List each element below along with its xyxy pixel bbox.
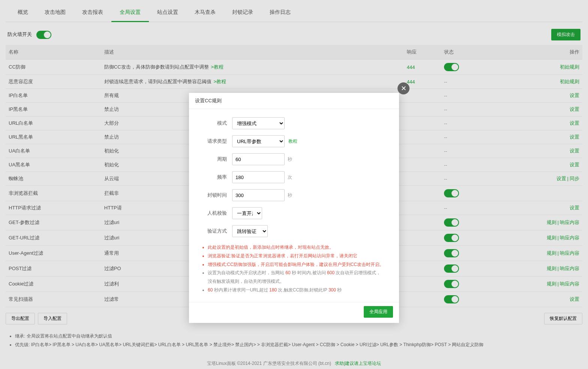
period-label: 周期 (200, 156, 232, 163)
req-type-label: 请求类型 (200, 138, 232, 145)
captcha-select[interactable]: 一直开启 (232, 207, 262, 219)
block-time-input[interactable] (232, 189, 285, 201)
verify-method-select[interactable]: 跳转验证 (232, 225, 268, 237)
modal-title: 设置CC规则 (189, 93, 399, 109)
freq-label: 频率 (200, 174, 232, 181)
apply-global-button[interactable]: 全局应用 (364, 306, 393, 318)
modal-notes: 此处设置的是初始值，新添加站点时将继承，对现有站点无效。 浏览器验证:验证是否为… (200, 243, 388, 294)
block-time-label: 封锁时间 (200, 192, 232, 199)
period-input[interactable] (232, 153, 285, 165)
verify-method-label: 验证方式 (200, 228, 232, 235)
close-icon[interactable]: ✕ (398, 82, 410, 94)
mode-select[interactable]: 增强模式 (232, 117, 285, 129)
freq-input[interactable] (232, 171, 285, 183)
req-type-select[interactable]: URL带参数 (232, 135, 285, 147)
cc-rule-modal: ✕ 设置CC规则 模式 增强模式 请求类型 URL带参数 教程 周期 秒 频率 … (189, 93, 399, 323)
tutorial-link[interactable]: 教程 (288, 138, 297, 145)
captcha-label: 人机校验 (200, 210, 232, 217)
mode-label: 模式 (200, 120, 232, 127)
